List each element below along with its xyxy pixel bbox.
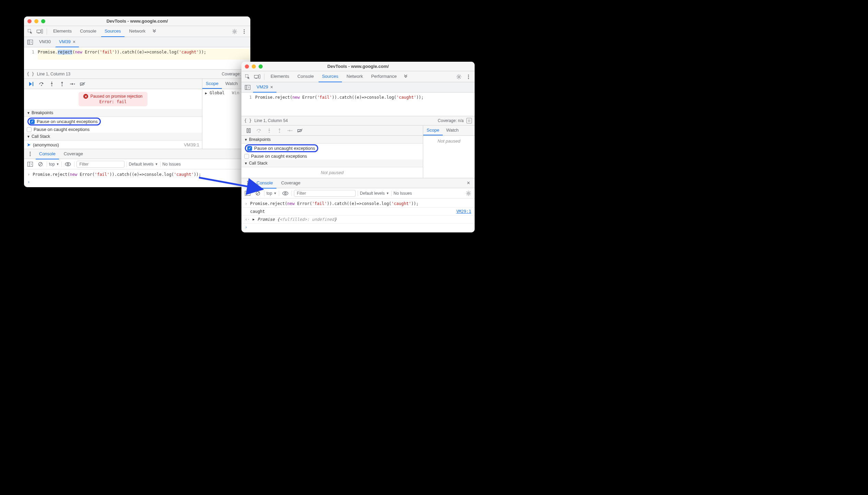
more-tabs-icon[interactable] — [402, 73, 410, 81]
pause-icon[interactable] — [244, 126, 253, 135]
callstack-section[interactable]: ▼ Call Stack — [241, 159, 423, 167]
navigator-toggle-icon[interactable] — [26, 38, 34, 46]
source-map-icon[interactable]: ⊟ — [466, 118, 472, 123]
deactivate-breakpoints-icon[interactable] — [78, 80, 87, 88]
panel-tab-console[interactable]: Console — [76, 26, 100, 37]
code-line[interactable]: Promise.reject(new Error('fail')).catch(… — [255, 94, 475, 105]
maximize-window-button[interactable] — [259, 64, 263, 69]
titlebar: DevTools - www.google.com/ — [241, 62, 475, 71]
resume-icon[interactable] — [27, 80, 36, 88]
file-tab-label: VM30 — [39, 39, 51, 44]
issues-status[interactable]: No Issues — [394, 191, 412, 196]
step-into-icon[interactable] — [47, 80, 56, 88]
step-icon[interactable] — [68, 80, 77, 88]
scope-tab[interactable]: Scope — [202, 79, 222, 89]
close-window-button[interactable] — [27, 19, 32, 23]
pretty-print-icon[interactable]: { } — [244, 118, 252, 123]
drawer-tab-console[interactable]: Console — [36, 148, 59, 159]
svg-point-4 — [234, 31, 236, 32]
code-editor[interactable]: 1 Promise.reject(new Error('fail')).catc… — [241, 93, 475, 106]
drawer-tab-coverage[interactable]: Coverage — [60, 148, 86, 159]
file-tab-vm39[interactable]: VM39 × — [56, 37, 79, 47]
svg-point-6 — [244, 31, 245, 32]
caught-exceptions-checkbox[interactable] — [244, 154, 249, 159]
deactivate-breakpoints-icon[interactable] — [296, 126, 305, 135]
svg-line-56 — [257, 192, 259, 195]
kebab-menu-icon[interactable] — [464, 73, 473, 81]
kebab-menu-icon[interactable] — [26, 150, 34, 158]
console-log-link[interactable]: VM29:1 — [456, 208, 471, 215]
code-line[interactable]: Promise.reject(new Error('fail')).catch(… — [38, 49, 250, 60]
kebab-menu-icon[interactable] — [243, 179, 252, 187]
file-tab-label: VM29 — [257, 84, 268, 89]
panel-tab-sources[interactable]: Sources — [101, 26, 124, 37]
navigator-toggle-icon[interactable] — [243, 83, 252, 92]
console-body[interactable]: › Promise.reject(new Error('fail')).catc… — [241, 198, 475, 232]
callstack-label: Call Stack — [32, 134, 50, 139]
console-sidebar-toggle-icon[interactable] — [26, 160, 34, 168]
breakpoints-section[interactable]: ▼ Breakpoints — [24, 109, 202, 117]
uncaught-exceptions-checkbox[interactable] — [30, 119, 35, 124]
close-window-button[interactable] — [245, 64, 249, 69]
panel-tab-network[interactable]: Network — [126, 26, 149, 37]
file-tab-vm29[interactable]: VM29 × — [253, 82, 276, 93]
device-mode-icon[interactable] — [36, 27, 44, 36]
frame-location[interactable]: VM39:1 — [184, 142, 199, 147]
pretty-print-icon[interactable]: { } — [27, 72, 34, 76]
svg-rect-2 — [38, 33, 40, 33]
kebab-menu-icon[interactable] — [240, 27, 248, 36]
context-selector[interactable]: top ▼ — [49, 162, 59, 167]
svg-point-33 — [458, 76, 460, 77]
close-drawer-icon[interactable]: × — [464, 179, 473, 187]
watch-tab[interactable]: Watch — [443, 125, 462, 135]
callstack-frame[interactable]: ➤ (anonymous) VM39:1 — [24, 141, 202, 149]
callstack-section[interactable]: ▼ Call Stack — [24, 133, 202, 141]
more-tabs-icon[interactable] — [150, 27, 158, 36]
filter-input[interactable] — [76, 161, 124, 168]
issues-status[interactable]: No Issues — [163, 162, 181, 167]
svg-rect-1 — [37, 30, 41, 33]
filter-input[interactable] — [294, 190, 356, 197]
panel-tab-network[interactable]: Network — [343, 71, 367, 82]
drawer-tab-coverage[interactable]: Coverage — [278, 178, 304, 189]
close-tab-icon[interactable]: × — [270, 84, 273, 90]
settings-icon[interactable] — [230, 27, 239, 36]
clear-console-icon[interactable] — [36, 160, 45, 168]
device-mode-icon[interactable] — [253, 73, 261, 81]
panel-tab-performance[interactable]: Performance — [368, 71, 400, 82]
step-out-icon[interactable] — [58, 80, 67, 88]
minimize-window-button[interactable] — [34, 19, 38, 23]
breakpoints-section[interactable]: ▼ Breakpoints — [241, 136, 423, 144]
drawer-tab-console[interactable]: Console — [253, 178, 276, 189]
clear-console-icon[interactable] — [254, 189, 262, 197]
live-expression-icon[interactable] — [64, 160, 72, 168]
console-sidebar-toggle-icon[interactable] — [243, 189, 252, 197]
file-tab-label: VM39 — [59, 39, 71, 44]
log-levels-selector[interactable]: Default levels ▼ — [360, 191, 389, 196]
step-over-icon[interactable] — [37, 80, 46, 88]
watch-tab[interactable]: Watch — [222, 79, 241, 89]
panel-tab-console[interactable]: Console — [294, 71, 317, 82]
svg-point-42 — [259, 131, 260, 132]
close-tab-icon[interactable]: × — [73, 39, 75, 45]
svg-rect-40 — [247, 129, 248, 133]
console-settings-icon[interactable] — [464, 189, 473, 197]
log-levels-selector[interactable]: Default levels ▼ — [129, 162, 158, 167]
inspect-element-icon[interactable] — [26, 27, 34, 36]
svg-point-59 — [468, 192, 469, 194]
panel-tab-elements[interactable]: Elements — [267, 71, 293, 82]
panel-tab-sources[interactable]: Sources — [319, 71, 342, 82]
context-selector[interactable]: top ▼ — [266, 191, 277, 196]
file-tab-vm30[interactable]: VM30 — [36, 37, 54, 47]
uncaught-exceptions-checkbox[interactable] — [247, 146, 252, 151]
maximize-window-button[interactable] — [41, 19, 45, 23]
inspect-element-icon[interactable] — [243, 73, 252, 81]
panel-tab-elements[interactable]: Elements — [50, 26, 75, 37]
live-expression-icon[interactable] — [281, 189, 289, 197]
scope-tab[interactable]: Scope — [423, 125, 443, 135]
caught-exceptions-checkbox[interactable] — [27, 127, 32, 132]
settings-icon[interactable] — [455, 73, 463, 81]
console-body[interactable]: › Promise.reject(new Error('fail')).catc… — [24, 169, 250, 187]
minimize-window-button[interactable] — [252, 64, 256, 69]
code-editor[interactable]: 1 Promise.reject(new Error('fail')).catc… — [24, 47, 250, 61]
